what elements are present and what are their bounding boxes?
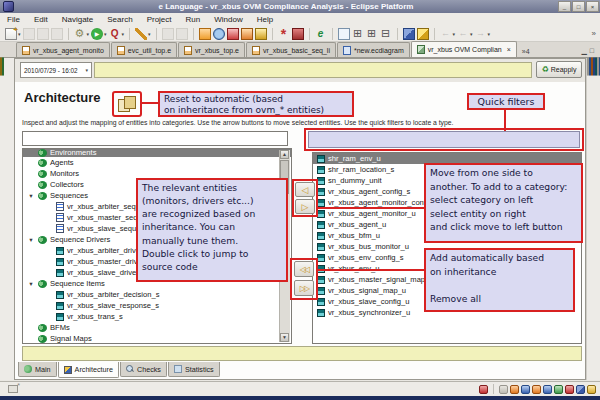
highlight-button[interactable] (417, 28, 429, 40)
prev-annotation-button[interactable] (176, 28, 188, 40)
minimize-button[interactable]: _ (558, 1, 571, 12)
menu-item-project[interactable]: Project (140, 13, 179, 26)
chevron-down-icon[interactable]: ▾ (453, 31, 456, 37)
specman-status-icon[interactable] (565, 385, 574, 394)
editor-tab[interactable]: vr_xbus OVM Complian× (411, 41, 517, 57)
unit-icon (317, 232, 325, 240)
editor-tab[interactable]: evc_util_top.e (111, 42, 177, 57)
menu-item-help[interactable]: Help (250, 13, 280, 26)
close-icon[interactable]: × (507, 46, 511, 53)
expander-open-icon[interactable]: ▼ (27, 281, 35, 287)
progress-icon[interactable] (532, 385, 541, 394)
module-button[interactable] (403, 28, 415, 40)
move-to-right-button[interactable]: ▷ (295, 199, 315, 214)
category-icon (38, 335, 47, 343)
prev-annotation-icon (176, 28, 188, 40)
add-all-button[interactable]: ◁◁ (294, 261, 314, 277)
forward-button[interactable]: ▾ (475, 28, 491, 40)
reapply-button[interactable]: ♻ Reapply (536, 61, 582, 78)
category-icon (38, 192, 47, 200)
back-button[interactable]: ▾ (457, 28, 473, 40)
tree-item[interactable]: vr_xbus_trans_s (23, 311, 291, 322)
chevron-down-icon[interactable]: ▾ (87, 31, 90, 37)
stop-button[interactable] (292, 28, 304, 40)
print-button[interactable] (51, 28, 63, 40)
save-all-button[interactable] (37, 28, 49, 40)
tab-main[interactable]: Main (18, 362, 57, 377)
menu-item-edit[interactable]: Edit (27, 13, 55, 26)
chevron-down-icon[interactable]: ▾ (488, 31, 491, 37)
tree-item[interactable]: Signal Maps (23, 333, 291, 344)
fast-view-tree-icon[interactable] (2, 57, 4, 76)
tree-item[interactable]: vr_xbus_arbiter_decision_s (23, 289, 291, 300)
chevron-down-icon[interactable]: ▾ (18, 31, 21, 37)
collapse-all-button[interactable] (380, 28, 392, 40)
sync-status-icon[interactable] (479, 385, 488, 394)
restore-session-button[interactable] (241, 28, 253, 40)
tree-item[interactable]: vr_xbus_slave_response_s (23, 300, 291, 311)
editor-tab[interactable]: vr_xbus_agent_monito (16, 42, 110, 57)
reload-e-button[interactable] (227, 28, 239, 40)
new-wizard-button[interactable]: ▾ (5, 28, 21, 40)
editor-tab[interactable]: vr_xbus_top.e (178, 42, 245, 57)
debug-tool-button[interactable]: ▾ (135, 28, 151, 40)
chevron-down-icon[interactable]: ▾ (148, 31, 151, 37)
maximize-button[interactable]: □ (572, 1, 585, 12)
unit-icon (317, 276, 325, 284)
minimize-view-icon[interactable]: ▁ (581, 47, 586, 54)
run-button[interactable]: ▾ (91, 28, 107, 40)
error-log-icon[interactable] (510, 385, 519, 394)
console-status-icon[interactable] (576, 385, 585, 394)
chevron-down-icon[interactable]: ▾ (104, 31, 107, 37)
maximize-view-icon[interactable]: □ (590, 47, 594, 54)
e-browser-button[interactable] (315, 28, 327, 40)
expander-open-icon[interactable]: ▼ (27, 193, 35, 199)
next-annotation-button[interactable] (162, 28, 174, 40)
bottom-tab-label: Statistics (185, 365, 214, 374)
tools-status-icon[interactable] (587, 385, 596, 394)
scroll-up-icon[interactable]: ▲ (280, 150, 289, 159)
break-button[interactable] (278, 28, 290, 40)
expander-open-icon[interactable]: ▼ (27, 237, 35, 243)
table-view-button[interactable] (338, 28, 350, 40)
move-to-left-button[interactable]: ◁ (295, 182, 315, 197)
close-button[interactable]: × (586, 1, 599, 12)
category-filter-input[interactable] (22, 131, 288, 146)
scroll-down-icon[interactable]: ▼ (280, 333, 289, 342)
run-last-tool-button[interactable]: ▾ (109, 28, 125, 40)
menu-item-run[interactable]: Run (179, 13, 208, 26)
tab-checks[interactable]: Checks (120, 362, 167, 377)
chevron-down-icon[interactable]: ▾ (122, 31, 125, 37)
writable-indicator-icon[interactable] (499, 385, 508, 394)
editor-tab[interactable]: *new.ecdiagram (337, 42, 410, 57)
save-button[interactable] (23, 28, 35, 40)
hidden-tabs-badge[interactable]: »4 (522, 48, 530, 55)
menu-item-search[interactable]: Search (100, 13, 139, 26)
tree-item[interactable]: Environments (23, 149, 291, 157)
save-session-button[interactable] (255, 28, 267, 40)
tab-statistics[interactable]: Statistics (168, 362, 220, 377)
unit-icon (317, 221, 325, 229)
menu-item-window[interactable]: Window (207, 13, 249, 26)
toolbar-overflow-chevron[interactable]: » (592, 29, 596, 38)
build-button[interactable]: ▾ (74, 28, 90, 40)
tree-item[interactable]: BFMs (23, 322, 291, 333)
entity-item-label: vr_xbus_bfm_u (328, 231, 380, 240)
check-icon[interactable] (554, 385, 563, 394)
flag-icon[interactable] (543, 385, 552, 394)
load-e-file-button[interactable] (213, 28, 225, 40)
tree-item[interactable]: Agents (23, 157, 291, 168)
menu-item-navigate[interactable]: Navigate (55, 13, 101, 26)
specman-console-button[interactable] (199, 28, 211, 40)
expand-button[interactable] (352, 28, 364, 40)
expand-all-button[interactable] (366, 28, 378, 40)
timestamp-dropdown[interactable]: 2010/07/29 - 16:02 ▾ (20, 62, 92, 78)
menu-bar: FileEditNavigateSearchProjectRunWindowHe… (0, 13, 600, 26)
app-icon (3, 1, 14, 12)
last-edit-location-button[interactable]: ▾ (440, 28, 456, 40)
tab-architecture[interactable]: Architecture (58, 362, 119, 378)
remove-all-button[interactable]: ▷▷ (294, 280, 314, 296)
chevron-down-icon[interactable]: ▾ (470, 31, 473, 37)
editor-tab[interactable]: vr_xbus_basic_seq_li (246, 42, 336, 57)
task-icon[interactable] (521, 385, 530, 394)
